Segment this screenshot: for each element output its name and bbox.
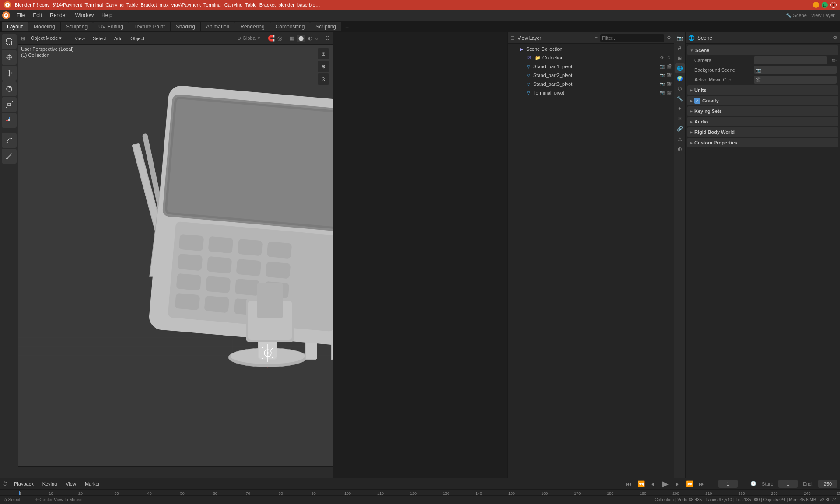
part1-restrict-icon[interactable]: 📷 [659, 63, 665, 70]
menu-render[interactable]: Render [46, 11, 70, 19]
outliner-terminal[interactable]: ▽ Terminal_pivot 📷 🎬 [508, 88, 674, 97]
camera-value[interactable] [754, 56, 827, 64]
part2-render-icon[interactable]: 🎬 [666, 72, 672, 78]
tab-modeling[interactable]: Modeling [28, 22, 60, 32]
collection-cursor-icon[interactable]: ⊙ [666, 55, 672, 61]
outliner-filter-icon[interactable]: ≡ [595, 35, 598, 41]
current-frame-input[interactable]: 1 [718, 480, 738, 488]
viewport-view-menu[interactable]: View [72, 35, 88, 42]
outliner-stand-part2[interactable]: ▽ Stand_part2_pivot 📷 🎬 [508, 71, 674, 80]
terminal-restrict-icon[interactable]: 📷 [659, 90, 665, 96]
tab-texture-paint[interactable]: Texture Paint [129, 22, 170, 32]
outliner-collection[interactable]: ☑ 📁 Collection 👁 ⊙ [508, 53, 674, 62]
start-frame-input[interactable]: 1 [778, 480, 798, 488]
collection-checkbox[interactable]: ☑ [527, 56, 531, 60]
prop-world-icon[interactable]: 🌍 [675, 74, 685, 83]
proportional-edit-icon[interactable]: ◎ [277, 35, 282, 42]
viewport-object-menu[interactable]: Object [128, 35, 147, 42]
part2-restrict-icon[interactable]: 📷 [659, 72, 665, 78]
outliner-stand-part1[interactable]: ▽ Stand_part1_pivot 📷 🎬 [508, 62, 674, 71]
minimize-button[interactable]: − [813, 2, 819, 8]
prop-units-header[interactable]: ▶ Units [687, 85, 838, 95]
prop-data-icon[interactable]: △ [675, 134, 685, 144]
timeline-playback-menu[interactable]: Playback [11, 480, 36, 487]
editor-type-icon[interactable]: ⊞ [21, 35, 25, 42]
prop-material-icon[interactable]: ◐ [675, 144, 685, 154]
play-first-frame-btn[interactable]: ⏮ [626, 480, 632, 487]
play-next-keyframe-btn[interactable]: ⏵ [675, 480, 681, 487]
prop-custom-header[interactable]: ▶ Custom Properties [687, 138, 838, 147]
tab-uv-editing[interactable]: UV Editing [93, 22, 129, 32]
select-box-tool[interactable] [2, 34, 17, 49]
terminal-render-icon[interactable]: 🎬 [666, 90, 672, 96]
rendered-preview-btn[interactable]: ○ [315, 36, 318, 41]
close-button[interactable]: × [830, 2, 836, 8]
prop-audio-header[interactable]: ▶ Audio [687, 117, 838, 126]
outliner-settings-icon[interactable]: ⚙ [667, 35, 671, 41]
tab-rendering[interactable]: Rendering [235, 22, 270, 32]
play-prev-keyframe-btn[interactable]: ⏴ [650, 480, 656, 487]
timeline-view-menu[interactable]: View [63, 480, 79, 487]
prop-scene-icon[interactable]: 🌐 [675, 63, 685, 73]
timeline-marker-menu[interactable]: Marker [82, 480, 102, 487]
menu-edit[interactable]: Edit [29, 11, 46, 19]
menu-window[interactable]: Window [71, 11, 97, 19]
tab-shading[interactable]: Shading [171, 22, 200, 32]
prop-constraints-icon[interactable]: 🔗 [675, 124, 685, 133]
maximize-button[interactable]: □ [822, 2, 828, 8]
prop-rigid-body-header[interactable]: ▶ Rigid Body World [687, 127, 838, 137]
viewport-select-menu[interactable]: Select [90, 35, 109, 42]
engine-selector[interactable]: 🔧 Scene [786, 13, 807, 18]
bg-scene-value[interactable]: 📷 [754, 66, 836, 74]
scale-tool[interactable] [2, 97, 17, 112]
play-next-frame-btn[interactable]: ⏩ [686, 480, 693, 487]
tab-layout[interactable]: Layout [2, 22, 28, 32]
play-prev-frame-btn[interactable]: ⏪ [637, 480, 645, 487]
overlay-toggle[interactable]: ☷ [326, 35, 330, 41]
viewport-mode-selector[interactable]: Object Mode ▾ [28, 35, 64, 42]
gravity-checkbox[interactable]: ✓ [694, 98, 700, 104]
part1-render-icon[interactable]: 🎬 [666, 63, 672, 70]
prop-gravity-header[interactable]: ▶ ✓ Gravity [687, 96, 838, 105]
prop-view-layer-icon[interactable]: ⊞ [675, 53, 685, 63]
viewport-add-menu[interactable]: Add [112, 35, 126, 42]
tab-scripting[interactable]: Scripting [310, 22, 341, 32]
outliner-scene-collection[interactable]: ▶ Scene Collection [508, 45, 674, 53]
tab-animation[interactable]: Animation [201, 22, 234, 32]
view-layer-selector[interactable]: View Layer [811, 13, 835, 18]
movie-clip-value[interactable]: 🎬 [754, 76, 836, 84]
material-preview-btn[interactable]: ◐ [308, 35, 312, 41]
annotate-tool[interactable] [2, 133, 17, 148]
play-stop-btn[interactable]: ▶ [662, 479, 668, 489]
viewport-tools-btn[interactable]: ⊞ [318, 48, 329, 60]
part3-restrict-icon[interactable]: 📷 [659, 81, 665, 87]
tab-sculpting[interactable]: Sculpting [61, 22, 93, 32]
end-frame-input[interactable]: 250 [818, 480, 837, 488]
prop-particles-icon[interactable]: ✦ [675, 104, 685, 113]
move-tool[interactable] [2, 66, 17, 80]
cursor-tool[interactable] [2, 50, 17, 65]
prop-scene-header[interactable]: ▼ Scene [687, 46, 838, 55]
transform-tool[interactable] [2, 113, 17, 128]
viewport-3d[interactable]: X Y Z 🔍 User Perspective (Local) (1) Col… [18, 45, 332, 478]
measure-tool[interactable] [2, 149, 17, 164]
timeline-keying-menu[interactable]: Keying [40, 480, 60, 487]
viewport-overlay-btn[interactable]: ⊕ [318, 61, 329, 72]
camera-eyedropper-icon[interactable]: ✏ [832, 57, 836, 64]
solid-shading-btn[interactable]: ⬤ [297, 35, 305, 42]
prop-render-icon[interactable]: 📷 [675, 33, 685, 43]
prop-output-icon[interactable]: 🖨 [675, 43, 685, 53]
prop-physics-icon[interactable]: ⚛ [675, 114, 685, 123]
part3-render-icon[interactable]: 🎬 [666, 81, 672, 87]
outliner-stand-part3[interactable]: ▽ Stand_part3_pivot 📷 🎬 [508, 80, 674, 88]
collection-eye-icon[interactable]: 👁 [659, 55, 665, 61]
global-selector[interactable]: ⊕ Global ▾ [237, 35, 260, 41]
tab-compositing[interactable]: Compositing [270, 22, 310, 32]
play-last-frame-btn[interactable]: ⏭ [699, 480, 705, 487]
viewport-gizmo-btn[interactable]: ⊙ [318, 74, 329, 85]
prop-modifier-icon[interactable]: 🔧 [675, 94, 685, 103]
add-workspace-button[interactable]: + [342, 21, 352, 32]
prop-object-icon[interactable]: ⬡ [675, 84, 685, 93]
menu-help[interactable]: Help [98, 11, 116, 19]
snap-magnet-icon[interactable]: 🧲 [268, 35, 275, 42]
